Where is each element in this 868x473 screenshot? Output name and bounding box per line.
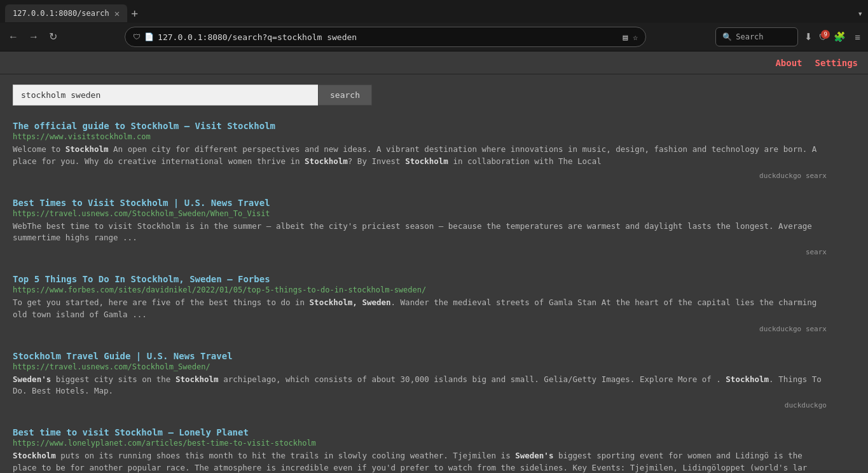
- result-source-duckduckgo[interactable]: duckduckgo: [759, 172, 806, 180]
- shield-icon: 🛡: [133, 32, 141, 41]
- result-item: Stockholm Travel Guide | U.S. News Trave…: [13, 351, 827, 410]
- result-snippet: Welcome to Stockholm An open city for di…: [13, 144, 827, 168]
- result-item: The official guide to Stockholm – Visit …: [13, 121, 827, 180]
- refresh-button[interactable]: ↻: [46, 29, 60, 45]
- result-snippet: To get you started, here are five of the…: [13, 297, 827, 321]
- download-button[interactable]: ⬇: [802, 29, 815, 45]
- result-sources: duckduckgo searx: [13, 170, 827, 180]
- settings-link[interactable]: Settings: [815, 58, 858, 68]
- ublock-button[interactable]: 🛡 9: [819, 32, 827, 42]
- forward-button[interactable]: →: [25, 29, 42, 45]
- tab-close-button[interactable]: ✕: [114, 9, 120, 18]
- ublock-count: 9: [821, 30, 830, 39]
- search-button[interactable]: search: [318, 85, 372, 106]
- search-input[interactable]: [13, 85, 318, 106]
- search-icon: 🔍: [722, 32, 732, 41]
- result-snippet: Sweden's biggest city sits on the Stockh…: [13, 374, 827, 398]
- extensions-button[interactable]: 🧩: [831, 29, 848, 45]
- reader-mode-icon[interactable]: ▤: [623, 32, 628, 42]
- browser-search-box[interactable]: 🔍 Search: [715, 27, 798, 46]
- result-title[interactable]: Best Times to Visit Stockholm | U.S. New…: [13, 198, 827, 208]
- result-url: https://www.forbes.com/sites/davidnikel/…: [13, 285, 827, 294]
- result-url: https://www.visitstockholm.com: [13, 132, 827, 141]
- about-link[interactable]: About: [775, 58, 802, 68]
- address-right-icons: ▤ ☆: [623, 32, 638, 42]
- browser-chrome: 127.0.0.1:8080/search ✕ + ▾ ← → ↻ 🛡 📄 12…: [0, 0, 868, 51]
- result-title[interactable]: Stockholm Travel Guide | U.S. News Trave…: [13, 351, 827, 361]
- tab-bar-right: ▾: [858, 8, 863, 18]
- result-item: Top 5 Things To Do In Stockholm, Sweden …: [13, 274, 827, 333]
- result-sources: searx: [13, 247, 827, 256]
- active-tab[interactable]: 127.0.0.1:8080/search ✕: [5, 4, 127, 22]
- result-snippet: WebThe best time to visit Stockholm is i…: [13, 221, 827, 245]
- result-title[interactable]: Top 5 Things To Do In Stockholm, Sweden …: [13, 274, 827, 284]
- result-source-searx[interactable]: searx: [806, 248, 827, 256]
- result-url: https://travel.usnews.com/Stockholm_Swed…: [13, 362, 827, 371]
- result-source-duckduckgo[interactable]: duckduckgo: [759, 325, 806, 333]
- bookmark-icon[interactable]: ☆: [633, 32, 638, 42]
- result-item: Best Times to Visit Stockholm | U.S. New…: [13, 198, 827, 257]
- page-icon: 📄: [144, 32, 154, 41]
- result-url: https://www.lonelyplanet.com/articles/be…: [13, 439, 827, 448]
- result-sources: duckduckgo searx: [13, 324, 827, 333]
- result-source-duckduckgo[interactable]: duckduckgo: [785, 401, 827, 409]
- result-title[interactable]: The official guide to Stockholm – Visit …: [13, 121, 827, 131]
- result-source-searx[interactable]: searx: [806, 172, 827, 180]
- tab-list-chevron-icon[interactable]: ▾: [858, 8, 863, 18]
- result-snippet: Stockholm puts on its running shoes this…: [13, 450, 827, 473]
- result-item: Best time to visit Stockholm – Lonely Pl…: [13, 427, 827, 473]
- result-url: https://travel.usnews.com/Stockholm_Swed…: [13, 209, 827, 218]
- address-bar-row: ← → ↻ 🛡 📄 127.0.0.1:8080/search?q=stockh…: [0, 23, 868, 51]
- result-source-searx[interactable]: searx: [806, 325, 827, 333]
- result-sources: duckduckgo: [13, 400, 827, 409]
- tab-bar: 127.0.0.1:8080/search ✕ + ▾: [0, 0, 868, 23]
- main-content: search The official guide to Stockholm –…: [0, 74, 868, 473]
- back-button[interactable]: ←: [5, 29, 22, 45]
- tab-title: 127.0.0.1:8080/search: [13, 9, 109, 18]
- address-url: 127.0.0.1:8080/search?q=stockholm sweden: [158, 32, 357, 42]
- toolbar-right: 🔍 Search ⬇ 🛡 9 🧩 ≡: [715, 27, 863, 46]
- search-form: search: [13, 85, 458, 106]
- search-label: Search: [736, 32, 763, 41]
- menu-button[interactable]: ≡: [852, 29, 863, 45]
- new-tab-button[interactable]: +: [131, 8, 138, 19]
- results-list: The official guide to Stockholm – Visit …: [13, 121, 855, 473]
- app-header: About Settings: [0, 51, 868, 74]
- address-field[interactable]: 🛡 📄 127.0.0.1:8080/search?q=stockholm sw…: [125, 27, 646, 47]
- result-title[interactable]: Best time to visit Stockholm – Lonely Pl…: [13, 427, 827, 437]
